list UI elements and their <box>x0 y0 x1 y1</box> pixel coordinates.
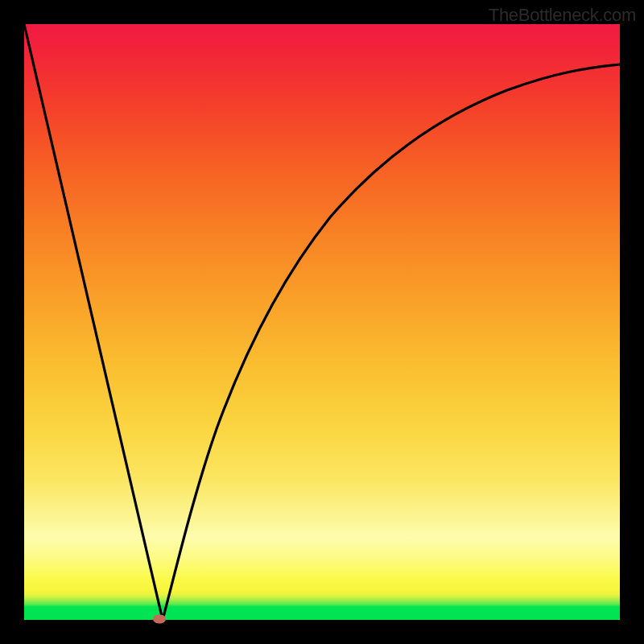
plot-area <box>24 24 620 620</box>
chart-frame: TheBottleneck.com <box>0 0 644 644</box>
curve-svg <box>24 24 620 620</box>
watermark-text: TheBottleneck.com <box>489 5 636 26</box>
curve-path <box>24 24 620 620</box>
minimum-marker <box>153 614 166 623</box>
